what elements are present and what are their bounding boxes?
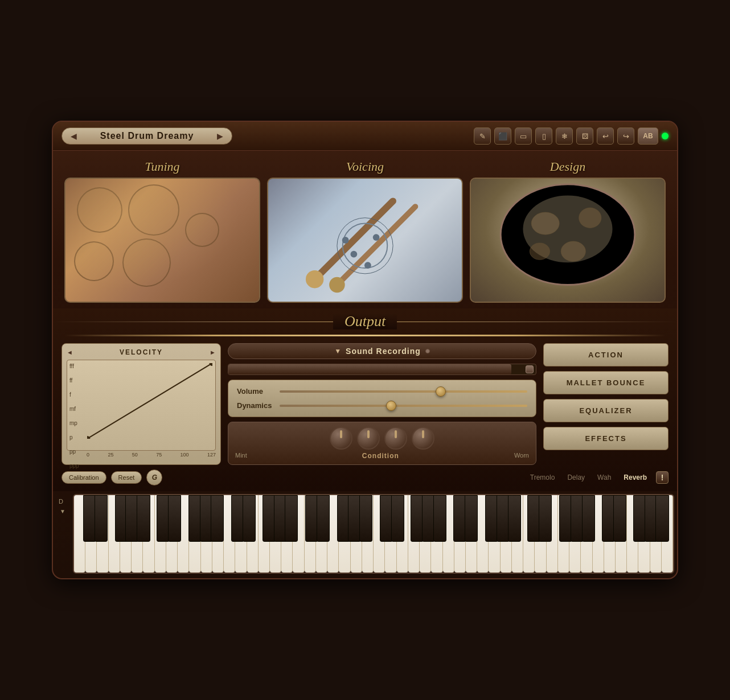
white-key[interactable] [316,495,327,573]
preset-next-arrow[interactable]: ▶ [217,131,223,141]
white-key[interactable] [189,495,200,573]
voicing-title[interactable]: Voicing [346,159,384,174]
tuning-title[interactable]: Tuning [145,159,179,174]
mallet-bounce-button[interactable]: MALLET BOUNCE [543,371,669,394]
g-button[interactable]: G [146,470,162,485]
knob-2[interactable] [357,427,380,450]
white-key[interactable] [327,495,339,573]
redo-button[interactable]: ↪ [617,127,634,145]
design-title[interactable]: Design [550,159,585,174]
white-key[interactable] [293,495,304,573]
edit-button[interactable]: ✎ [474,127,491,145]
white-key[interactable] [235,495,247,573]
white-key[interactable] [166,495,178,573]
white-key[interactable] [662,495,673,573]
white-key[interactable] [420,495,431,573]
white-key[interactable] [120,495,132,573]
white-key[interactable] [627,495,638,573]
equalizer-button[interactable]: EQUALIZER [543,399,669,422]
white-key[interactable] [339,495,350,573]
sound-recording-bar[interactable]: ▼ Sound Recording [228,343,536,359]
white-key[interactable] [385,495,396,573]
white-key[interactable] [74,495,85,573]
white-key[interactable] [616,495,627,573]
white-key[interactable] [523,495,535,573]
white-key[interactable] [132,495,143,573]
knob-1[interactable] [330,427,352,450]
white-key[interactable] [201,495,212,573]
white-key[interactable] [408,495,420,573]
white-key[interactable] [397,495,408,573]
preset-prev-arrow[interactable]: ◀ [71,131,77,141]
white-key[interactable] [638,495,650,573]
white-key[interactable] [581,495,592,573]
exclamation-button[interactable]: ! [656,471,669,484]
svg-point-6 [350,251,357,258]
sound-rec-dropdown-arrow[interactable]: ▼ [334,347,341,355]
reverb-tab[interactable]: Reverb [620,472,650,483]
white-key[interactable] [212,495,224,573]
white-key[interactable] [259,495,270,573]
ab-button[interactable]: AB [638,127,658,145]
progress-bar-thumb[interactable] [526,365,534,373]
tuning-image[interactable] [64,178,260,303]
white-key[interactable] [374,495,385,573]
white-key[interactable] [443,495,454,573]
white-key[interactable] [85,495,97,573]
white-key[interactable] [604,495,616,573]
white-key[interactable] [97,495,108,573]
white-key[interactable] [489,495,500,573]
white-key[interactable] [593,495,604,573]
white-key[interactable] [558,495,569,573]
velocity-prev-arrow[interactable]: ◄ [67,349,73,356]
white-key[interactable] [569,495,581,573]
white-key[interactable] [143,495,154,573]
knob-3[interactable] [384,427,407,450]
white-key[interactable] [178,495,189,573]
white-key[interactable] [362,495,374,573]
white-key[interactable] [501,495,512,573]
design-image[interactable] [470,178,666,303]
reset-button[interactable]: Reset [111,471,142,484]
white-key[interactable] [547,495,558,573]
white-key[interactable] [431,495,442,573]
delay-tab[interactable]: Delay [564,472,588,483]
copy-button[interactable]: ▭ [515,127,532,145]
white-key[interactable] [281,495,293,573]
keyboard-scroll-arrow[interactable]: ▼ [60,508,65,514]
knob-4[interactable] [412,427,434,450]
preset-selector[interactable]: ◀ Steel Drum Dreamy ▶ [61,127,232,145]
calibration-button[interactable]: Calibration [61,471,106,484]
white-key[interactable] [351,495,362,573]
paste-button[interactable]: ▯ [535,127,552,145]
voicing-image[interactable] [267,178,463,303]
tremolo-tab[interactable]: Tremolo [527,472,559,483]
white-key[interactable] [224,495,235,573]
dynamics-thumb[interactable] [386,401,396,411]
white-key[interactable] [155,495,166,573]
dynamics-slider[interactable] [280,405,527,407]
white-key[interactable] [512,495,523,573]
dice-button[interactable]: ⚄ [576,127,593,145]
keyboard[interactable] [73,494,674,574]
undo-button[interactable]: ↩ [597,127,614,145]
action-button[interactable]: ACTION [543,343,669,367]
white-key[interactable] [477,495,489,573]
white-key[interactable] [535,495,546,573]
svg-point-18 [210,363,213,366]
velocity-next-arrow[interactable]: ► [210,349,216,356]
progress-bar[interactable] [228,364,536,375]
white-key[interactable] [270,495,281,573]
white-key[interactable] [466,495,477,573]
white-key[interactable] [650,495,662,573]
effects-button[interactable]: EFFECTS [543,427,669,450]
wah-tab[interactable]: Wah [594,472,614,483]
volume-thumb[interactable] [436,386,446,397]
white-key[interactable] [305,495,316,573]
freeze-button[interactable]: ❄ [556,127,573,145]
white-key[interactable] [247,495,259,573]
white-key[interactable] [109,495,120,573]
save-button[interactable]: ⬛ [494,127,511,145]
volume-slider[interactable] [280,390,527,393]
white-key[interactable] [454,495,466,573]
